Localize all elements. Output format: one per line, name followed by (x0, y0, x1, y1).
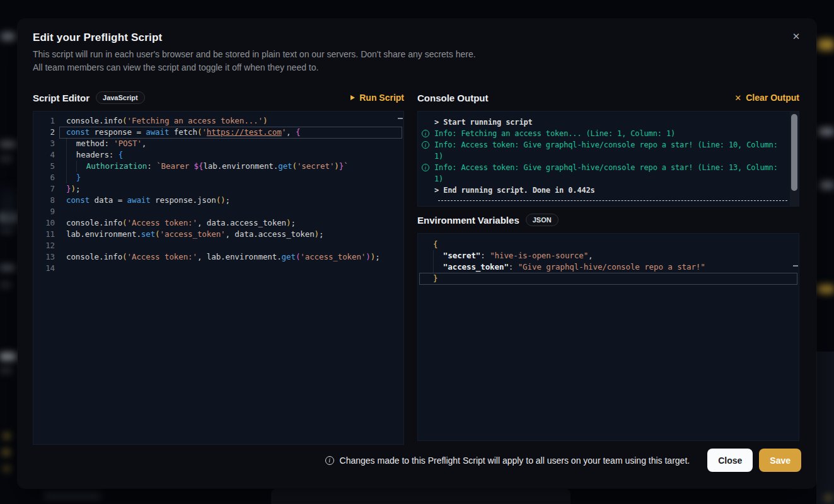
json-badge: JSON (526, 214, 559, 226)
code-token: 'Fetching an access token...' (127, 116, 263, 125)
code-token: { (296, 127, 300, 137)
code-token: ; (319, 229, 323, 239)
code-token: "secret" (443, 251, 480, 260)
code-line: 11lab.environment.set('access_token', da… (33, 229, 403, 240)
code-line: 4 headers: { (33, 149, 403, 161)
line-number: 11 (33, 229, 59, 240)
clear-output-button[interactable]: ✕ Clear Output (734, 93, 799, 103)
code-token: { (119, 150, 123, 159)
backdrop-blob (3, 450, 10, 455)
code-line: "access_token": "Give graphql-hive/conso… (418, 261, 799, 273)
console-scrollbar-track[interactable] (790, 112, 799, 206)
line-number: 13 (33, 251, 59, 263)
code-token: 'Access token:' (127, 218, 197, 227)
indent-guide (433, 261, 443, 273)
code-line: 1console.info('Fetching an access token.… (33, 115, 403, 127)
code-line: 8const data = await response.json(); (33, 195, 403, 206)
backdrop-blob (0, 156, 13, 161)
code-token: await (127, 195, 151, 205)
code-token: response = (90, 127, 146, 137)
code-token: "hive-is-open-source" (490, 251, 588, 260)
footer-note: i Changes made to this Preflight Script … (325, 455, 690, 466)
backdrop-blob (0, 265, 15, 271)
code-token: , data.access_token (226, 229, 315, 239)
line-number: 10 (33, 217, 59, 229)
code-token: const (66, 195, 90, 205)
code-token: fetch (169, 127, 197, 137)
code-token: 'POST' (113, 139, 142, 148)
backdrop-blob (4, 466, 10, 471)
console-line: 1) (422, 151, 799, 162)
console-scrollbar-thumb[interactable] (791, 114, 797, 191)
backdrop-blob (0, 228, 14, 233)
script-code-editor[interactable]: 1console.info('Fetching an access token.… (33, 111, 404, 445)
console-text: 1) (434, 173, 443, 185)
environment-variables-title: Environment Variables (417, 215, 519, 226)
code-token: 'access_token' (300, 252, 366, 261)
run-script-label: Run Script (359, 93, 404, 103)
code-token: https://test.com (207, 127, 282, 137)
console-text: Info: Access token: Give graphql-hive/co… (434, 162, 778, 173)
console-icon-spacer (422, 117, 434, 128)
backdrop-panel (816, 352, 834, 504)
code-token: ) (221, 195, 225, 205)
environment-variables-editor[interactable]: { "secret": "hive-is-open-source", "acce… (417, 233, 799, 441)
modal-description-line2: All team members can view the script and… (33, 61, 476, 74)
backdrop-blob (819, 128, 834, 135)
code-token: method: (76, 139, 113, 148)
code-token: ' (202, 127, 206, 137)
code-token: , (286, 127, 296, 137)
code-token: ) (263, 116, 267, 125)
code-line: 9 (33, 206, 403, 217)
close-icon[interactable]: ✕ (787, 28, 805, 45)
line-number: 1 (33, 115, 59, 127)
code-line: { (418, 239, 799, 250)
code-token: console.info (66, 218, 122, 227)
script-editor-title: Script Editor (33, 93, 90, 103)
code-token: ( (292, 161, 296, 171)
code-line: 3 method: 'POST', (33, 138, 403, 149)
code-token: "access_token" (443, 262, 509, 272)
preflight-script-modal: Edit your Preflight Script This script w… (18, 19, 816, 488)
modal-description: This script will run in each user's brow… (33, 48, 476, 74)
console-icon-spacer (422, 173, 434, 185)
backdrop-blob (0, 282, 11, 287)
code-token: get (282, 252, 296, 261)
code-token: : (509, 262, 518, 272)
console-line: iInfo: Fetching an access token... (Line… (422, 128, 799, 139)
code-token: ` (344, 161, 348, 171)
code-token: get (278, 161, 292, 171)
line-number: 6 (33, 172, 59, 183)
line-number: 7 (33, 183, 59, 195)
backdrop-blob (0, 353, 16, 360)
indent-guide (66, 172, 76, 183)
code-token: ) (334, 161, 339, 171)
backdrop-blob (0, 141, 16, 147)
info-circle-glyph: i (422, 141, 429, 149)
code-token: data = (90, 195, 127, 205)
modal-description-line1: This script will run in each user's brow… (33, 48, 476, 61)
save-button[interactable]: Save (759, 449, 801, 472)
code-token: ; (375, 252, 379, 261)
run-script-button[interactable]: Run Script (350, 93, 404, 103)
backdrop-blob (825, 495, 831, 500)
line-number: 3 (33, 138, 59, 149)
code-token: set (141, 229, 155, 239)
line-number: 14 (33, 263, 59, 274)
info-circle-glyph: i (422, 130, 429, 137)
code-line: 7}); (33, 183, 403, 195)
console-output-header: Console Output ✕ Clear Output (417, 89, 799, 106)
code-token: ) (366, 252, 370, 261)
close-button[interactable]: Close (707, 449, 753, 472)
code-token: , (142, 139, 146, 148)
code-token: ) (71, 184, 75, 193)
code-token: const (66, 127, 90, 137)
code-line: 5 Authorization: `Bearer ${lab.environme… (33, 161, 403, 172)
line-number: 4 (33, 149, 59, 161)
console-line: > End running script. Done in 0.442s (422, 185, 799, 196)
language-badge: JavaScript (96, 91, 145, 104)
backdrop-blob (818, 285, 834, 294)
console-text: 1) (434, 151, 443, 162)
code-token: : (147, 161, 156, 171)
console-text: > Start running script (434, 117, 533, 128)
